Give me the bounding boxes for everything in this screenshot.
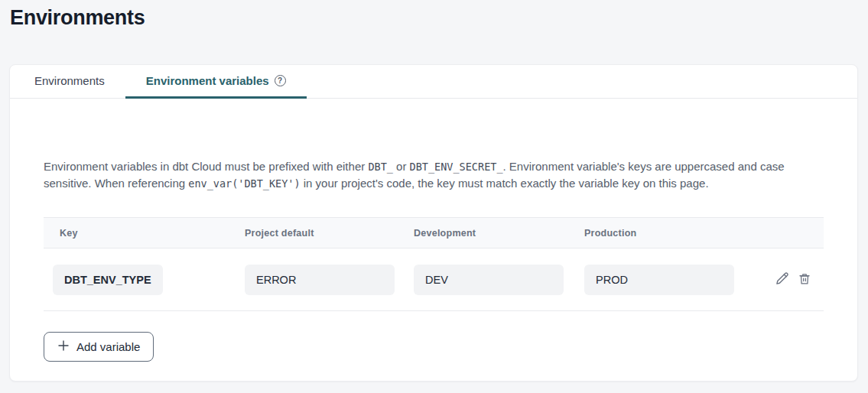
code-snippet-env-var: env_var('DBT_KEY') [188, 177, 300, 190]
edit-variable-button[interactable] [775, 271, 790, 288]
key-pill: DBT_ENV_TYPE [53, 265, 163, 295]
cell-development: DEV [414, 265, 584, 295]
help-circle-icon[interactable]: ? [275, 75, 286, 86]
column-header-project-default: Project default [245, 228, 414, 239]
table-row: DBT_ENV_TYPE ERROR DEV PROD [44, 248, 824, 311]
add-variable-label: Add variable [76, 340, 140, 353]
cell-key: DBT_ENV_TYPE [44, 265, 245, 295]
delete-variable-button[interactable] [798, 271, 811, 288]
cell-production: PROD [584, 265, 755, 295]
value-pill-production: PROD [584, 265, 734, 295]
trash-icon [798, 271, 811, 288]
add-variable-button[interactable]: Add variable [44, 332, 154, 362]
tab-bar: Environments Environment variables ? [10, 65, 857, 99]
tab-environments-label: Environments [34, 74, 105, 87]
description-text: Environment variables in dbt Cloud must … [44, 160, 368, 173]
content-card: Environments Environment variables ? Env… [9, 64, 858, 382]
tab-panel-environment-variables: Environment variables in dbt Cloud must … [10, 99, 857, 362]
tab-environments[interactable]: Environments [14, 65, 125, 99]
description-text: in your project's code, the key must mat… [301, 177, 709, 190]
tab-environment-variables-label: Environment variables [146, 74, 269, 87]
code-snippet-dbt-prefix: DBT_ [368, 161, 393, 173]
column-header-key: Key [44, 228, 245, 239]
row-actions [755, 271, 824, 288]
plus-icon [57, 339, 70, 354]
value-pill-project-default: ERROR [245, 265, 395, 295]
pencil-icon [775, 271, 790, 288]
table-header-row: Key Project default Development Producti… [44, 217, 824, 248]
column-header-development: Development [414, 228, 584, 239]
tab-environment-variables[interactable]: Environment variables ? [125, 65, 307, 99]
cell-project-default: ERROR [245, 265, 414, 295]
value-pill-development: DEV [414, 265, 564, 295]
description-text: or [393, 160, 410, 173]
code-snippet-dbt-env-secret-prefix: DBT_ENV_SECRET_ [410, 161, 503, 173]
env-variables-table: Key Project default Development Producti… [44, 217, 824, 311]
column-header-production: Production [584, 228, 755, 239]
description: Environment variables in dbt Cloud must … [44, 158, 824, 192]
page-title: Environments [10, 6, 145, 30]
